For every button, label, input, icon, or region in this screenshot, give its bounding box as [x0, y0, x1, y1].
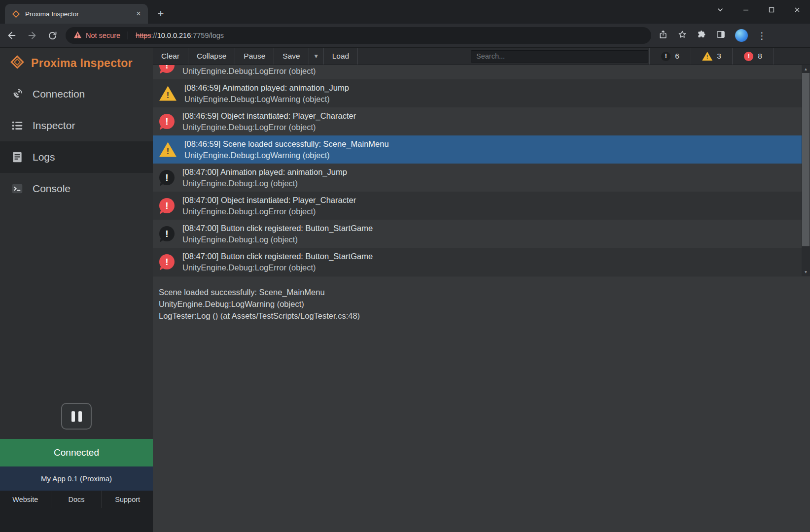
not-secure-label: Not secure — [86, 32, 120, 39]
scroll-up-icon[interactable]: ▲ — [802, 65, 810, 73]
docs-link[interactable]: Docs — [51, 491, 102, 508]
log-detail-pane: Scene loaded successfully: Scene_MainMen… — [153, 276, 810, 532]
log-row-selected[interactable]: [08:46:59] Scene loaded successfully: Sc… — [153, 135, 802, 164]
sidebar-item-label: Console — [33, 183, 70, 195]
reload-icon[interactable] — [44, 27, 61, 44]
log-row[interactable]: [08:47:00] Button click registered: Butt… — [153, 220, 802, 248]
url-path: :7759/logs — [191, 32, 224, 39]
warning-count-toggle[interactable]: 3 — [691, 48, 732, 65]
info-count-value: 6 — [675, 52, 679, 61]
list-icon — [11, 119, 24, 132]
tab-title: Proxima Inspector — [25, 10, 129, 18]
proxima-app: Proxima Inspector Connection Inspector L… — [0, 48, 810, 532]
error-icon — [159, 65, 175, 73]
log-scrollbar[interactable]: ▲ ▼ — [802, 65, 810, 276]
support-link[interactable]: Support — [102, 491, 153, 508]
share-icon[interactable] — [658, 30, 668, 41]
info-count-toggle[interactable]: 6 — [649, 48, 691, 65]
pause-icon — [71, 411, 75, 422]
close-window-icon[interactable] — [784, 0, 810, 20]
error-count-value: 8 — [758, 52, 762, 61]
proxima-favicon-icon — [12, 10, 20, 18]
profile-avatar[interactable] — [735, 29, 748, 42]
log-message: [08:47:00] Button click registered: Butt… — [182, 251, 373, 262]
error-icon — [159, 254, 175, 269]
search-input[interactable] — [471, 50, 648, 63]
pause-connection-button[interactable] — [61, 403, 92, 430]
browser-tab[interactable]: Proxima Inspector × — [5, 4, 148, 24]
bookmark-star-icon[interactable] — [677, 30, 687, 41]
not-secure-warning-icon[interactable] — [73, 31, 82, 40]
warning-icon — [702, 52, 712, 61]
detail-source: UnityEngine.Debug:LogWarning (object) — [159, 298, 810, 310]
url-omnibox[interactable]: Not secure https://10.0.0.216:7759/logs — [66, 27, 651, 44]
satellite-icon — [11, 88, 24, 100]
log-row[interactable]: [08:47:00] Button click registered: Butt… — [153, 248, 802, 276]
info-icon — [159, 170, 175, 185]
scroll-down-icon[interactable]: ▼ — [802, 268, 810, 276]
address-bar-actions: ⋮ — [658, 29, 767, 42]
log-message: [08:46:59] Animation played: animation_J… — [184, 82, 349, 94]
log-message: [08:47:00] Animation played: animation_J… — [182, 166, 347, 178]
log-source: UnityEngine.Debug:LogError (object) — [182, 206, 356, 217]
log-row[interactable]: [08:46:59] Animation played: animation_J… — [153, 79, 802, 107]
clear-button[interactable]: Clear — [153, 48, 188, 65]
log-source: UnityEngine.Debug:LogWarning (object) — [184, 150, 389, 161]
sidebar: Proxima Inspector Connection Inspector L… — [0, 48, 153, 532]
forward-icon[interactable] — [24, 27, 40, 44]
save-dropdown-icon[interactable]: ▼ — [309, 48, 324, 65]
sidebar-item-label: Logs — [33, 151, 55, 163]
log-row[interactable]: [08:47:00] Animation played: animation_J… — [153, 164, 802, 192]
app-title: Proxima Inspector — [31, 57, 133, 70]
document-icon — [11, 151, 24, 164]
info-icon — [661, 52, 670, 61]
tab-search-chevron-icon[interactable] — [707, 0, 733, 20]
log-row[interactable]: [08:47:00] Object instantiated: Player_C… — [153, 192, 802, 220]
sidebar-item-connection[interactable]: Connection — [0, 78, 153, 110]
sidebar-footer: Website Docs Support — [0, 491, 153, 508]
log-row[interactable]: UnityEngine.Debug:LogError (object) — [153, 65, 802, 79]
maximize-icon[interactable] — [759, 0, 784, 20]
log-message: [08:46:59] Scene loaded successfully: Sc… — [184, 138, 389, 150]
minimize-icon[interactable] — [733, 0, 759, 20]
new-tab-button[interactable]: + — [154, 7, 168, 21]
detail-stacktrace: LogTester:Log () (at Assets/TestScripts/… — [159, 310, 810, 322]
log-message: [08:46:59] Object instantiated: Player_C… — [182, 110, 356, 122]
connected-app-name: My App 0.1 (Proxima) — [0, 466, 153, 491]
collapse-button[interactable]: Collapse — [188, 48, 235, 65]
browser-address-bar: Not secure https://10.0.0.216:7759/logs … — [0, 24, 810, 48]
detail-message: Scene loaded successfully: Scene_MainMen… — [159, 286, 810, 298]
scrollbar-thumb[interactable] — [802, 73, 810, 246]
sidebar-item-logs[interactable]: Logs — [0, 141, 153, 173]
window-controls — [707, 0, 810, 20]
app-logo: Proxima Inspector — [0, 48, 153, 78]
error-count-toggle[interactable]: 8 — [732, 48, 774, 65]
save-button[interactable]: Save — [274, 48, 309, 65]
sidebar-item-console[interactable]: Console — [0, 173, 153, 204]
log-message: [08:47:00] Object instantiated: Player_C… — [182, 195, 356, 206]
url-separator: :// — [151, 32, 157, 39]
browser-menu-icon[interactable]: ⋮ — [757, 30, 767, 41]
info-icon — [159, 226, 175, 241]
website-link[interactable]: Website — [0, 491, 51, 508]
connection-status-badge: Connected — [0, 439, 153, 466]
sidebar-item-inspector[interactable]: Inspector — [0, 110, 153, 141]
warning-icon — [159, 86, 176, 101]
pause-logs-button[interactable]: Pause — [235, 48, 274, 65]
back-icon[interactable] — [3, 27, 20, 44]
log-source: UnityEngine.Debug:LogError (object) — [182, 262, 373, 273]
url-host: 10.0.0.216 — [157, 32, 191, 39]
log-source: UnityEngine.Debug:LogWarning (object) — [184, 94, 349, 105]
load-button[interactable]: Load — [324, 48, 358, 65]
sidebar-item-label: Connection — [33, 88, 85, 100]
terminal-icon — [11, 182, 24, 195]
url-scheme: https — [136, 32, 151, 39]
log-source: UnityEngine.Debug:Log (object) — [182, 178, 347, 189]
tab-close-icon[interactable]: × — [134, 9, 143, 18]
logs-panel: Clear Collapse Pause Save ▼ Load 6 3 8 — [153, 48, 810, 532]
extensions-puzzle-icon[interactable] — [697, 30, 706, 41]
warning-icon — [159, 142, 176, 157]
side-panel-icon[interactable] — [716, 30, 726, 41]
log-row[interactable]: [08:46:59] Object instantiated: Player_C… — [153, 107, 802, 135]
toolbar-spacer — [774, 48, 810, 65]
